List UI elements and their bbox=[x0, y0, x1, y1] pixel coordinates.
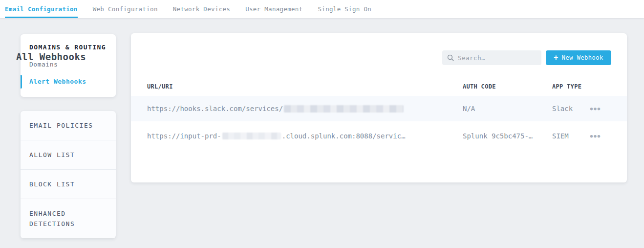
column-header-auth: AUTH CODE bbox=[463, 83, 496, 90]
sidebar-item-enhanced-detections[interactable]: ENHANCED DETECTIONS bbox=[21, 199, 116, 238]
search-box bbox=[442, 50, 541, 65]
sidebar-item-allow-list[interactable]: ALLOW LIST bbox=[21, 140, 116, 169]
webhook-app-type: SIEM bbox=[552, 122, 569, 150]
webhook-auth-code: Splunk 9c5bc475-… bbox=[463, 122, 533, 150]
table-row: https://hooks.slack.com/services/ N/A Sl… bbox=[131, 96, 627, 121]
webhook-auth-code: N/A bbox=[463, 96, 475, 121]
webhook-url-text: https://input-prd- bbox=[147, 132, 221, 140]
webhook-url-text: https://hooks.slack.com/services/ bbox=[147, 105, 283, 113]
tab-user-management[interactable]: User Management bbox=[245, 0, 302, 18]
sidebar-item-email-policies[interactable]: EMAIL POLICIES bbox=[21, 111, 116, 140]
redacted-url-segment bbox=[222, 133, 281, 139]
column-header-url: URL/URI bbox=[147, 83, 173, 90]
sidebar-item-block-list[interactable]: BLOCK LIST bbox=[21, 169, 116, 199]
tab-web-configuration[interactable]: Web Configuration bbox=[93, 0, 158, 18]
search-input[interactable] bbox=[458, 54, 537, 62]
top-navigation: Email Configuration Web Configuration Ne… bbox=[0, 0, 644, 18]
sidebar-domains-routing-card: DOMAINS & ROUTING Domains Alert Webhooks bbox=[21, 34, 116, 97]
redacted-url-segment bbox=[284, 105, 404, 113]
tab-network-devices[interactable]: Network Devices bbox=[173, 0, 230, 18]
plus-icon: + bbox=[554, 54, 558, 62]
tab-single-sign-on[interactable]: Single Sign On bbox=[318, 0, 372, 18]
sidebar-group-title: DOMAINS & ROUTING bbox=[29, 44, 107, 51]
sidebar-sections-card: EMAIL POLICIES ALLOW LIST BLOCK LIST ENH… bbox=[21, 111, 116, 238]
page-title: All Webhooks bbox=[16, 51, 86, 62]
row-actions-kebab-icon[interactable]: ●●● bbox=[587, 96, 604, 121]
tab-email-configuration[interactable]: Email Configuration bbox=[5, 0, 78, 18]
new-webhook-button-label: New Webhook bbox=[562, 54, 603, 61]
webhook-url: https://hooks.slack.com/services/ bbox=[147, 96, 404, 121]
sidebar-item-alert-webhooks[interactable]: Alert Webhooks bbox=[29, 78, 107, 85]
webhook-url: https://input-prd- .cloud.splunk.com:808… bbox=[147, 122, 406, 150]
new-webhook-button[interactable]: + New Webhook bbox=[546, 50, 611, 65]
column-header-app: APP TYPE bbox=[552, 83, 581, 90]
webhook-url-suffix: .cloud.splunk.com:8088/servic… bbox=[282, 132, 406, 140]
search-icon bbox=[447, 54, 454, 61]
row-actions-kebab-icon[interactable]: ●●● bbox=[587, 122, 604, 150]
sidebar-item-domains[interactable]: Domains bbox=[29, 61, 107, 68]
webhook-app-type: Slack bbox=[552, 96, 573, 121]
table-row: https://input-prd- .cloud.splunk.com:808… bbox=[131, 122, 627, 150]
